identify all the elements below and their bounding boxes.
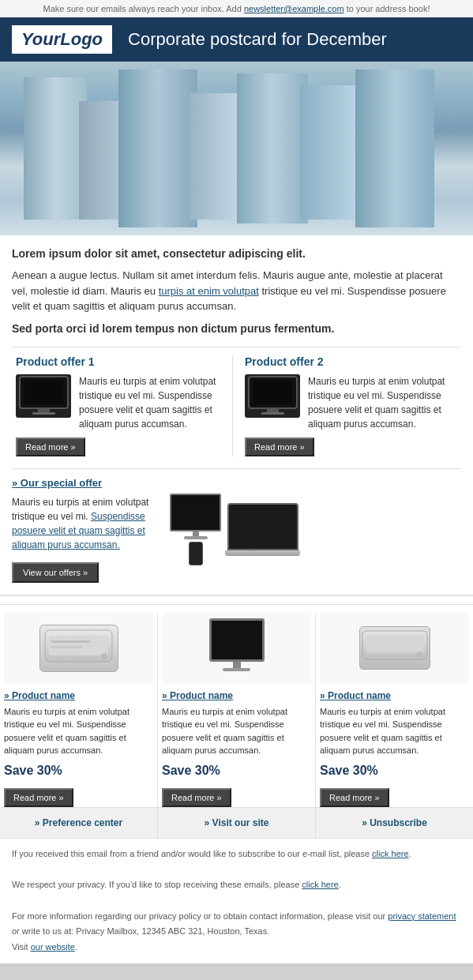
offer-read-more-1[interactable]: Read more »	[16, 437, 85, 456]
preheader-text-after: to your address book!	[344, 4, 430, 13]
svg-point-15	[416, 651, 422, 658]
products-section: » Product name Mauris eu turpis at enim …	[0, 604, 473, 807]
special-right	[170, 477, 461, 583]
product-link-1[interactable]: » Product name	[4, 690, 153, 701]
building-3	[118, 69, 197, 227]
footer-line-3: For more information regarding our priva…	[12, 909, 461, 941]
offer-text-2: Mauris eu turpis at enim volutpat tristi…	[308, 374, 457, 431]
device-group-right	[225, 503, 300, 556]
header-title: Corporate postcard for December	[128, 29, 387, 50]
product-col-2: » Product name Mauris eu turpis at enim …	[158, 613, 316, 807]
mac-mini-image-1	[39, 625, 118, 672]
offer-image-1	[16, 374, 71, 418]
product-col-1: » Product name Mauris eu turpis at enim …	[0, 613, 158, 807]
offer-col-1: Product offer 1 Mauris eu turpis at enim…	[12, 355, 232, 456]
svg-rect-5	[253, 381, 292, 404]
preheader-text: Make sure our emails always reach your i…	[43, 4, 244, 13]
product-text-1: Mauris eu turpis at enim volutpat tristi…	[4, 705, 153, 757]
building-1	[24, 77, 87, 220]
offer-text-1: Mauris eu turpis at enim volutpat tristi…	[79, 374, 228, 431]
logo-box: YourLogo	[12, 25, 112, 54]
svg-rect-2	[38, 408, 50, 412]
intro-text: Aenean a augue lectus. Nullam sit amet i…	[12, 268, 461, 314]
spec-macbook-lid	[227, 503, 298, 550]
preheader: Make sure our emails always reach your i…	[0, 0, 473, 17]
spec-imac-screen	[170, 494, 221, 531]
footer-click-here-2[interactable]: click here	[302, 880, 338, 889]
product-read-more-3[interactable]: Read more »	[320, 788, 389, 807]
footer-nav-unsubscribe[interactable]: » Unsubscribe	[316, 808, 473, 838]
hero-image	[0, 62, 473, 235]
spec-macbook-body	[225, 550, 300, 556]
offer-2-content: Mauris eu turpis at enim volutpat tristi…	[245, 374, 457, 431]
product-save-3: Save 30%	[320, 764, 469, 778]
svg-rect-9	[49, 636, 108, 655]
svg-rect-11	[51, 640, 90, 643]
product-link-3[interactable]: » Product name	[320, 690, 469, 701]
product-link-2[interactable]: » Product name	[162, 690, 311, 701]
special-offer-text: Mauris eu turpis at enim volutpat tristi…	[12, 495, 162, 552]
offers-row: Product offer 1 Mauris eu turpis at enim…	[12, 347, 461, 456]
building-5	[237, 73, 308, 223]
offer-read-more-2[interactable]: Read more »	[245, 437, 314, 456]
footer-line-1: If you received this email from a friend…	[12, 847, 461, 862]
spec-imac-base	[184, 536, 208, 539]
imac-image-2	[209, 618, 265, 678]
footer-line-2: We respect your privacy. If you'd like t…	[12, 877, 461, 893]
offer-image-2	[245, 374, 300, 418]
product-image-3	[320, 613, 469, 684]
mac-mini-image-3	[359, 626, 430, 670]
spec-ipod	[189, 542, 203, 565]
svg-point-10	[101, 653, 107, 659]
product-save-2: Save 30%	[162, 764, 311, 778]
product-image-2	[162, 613, 311, 684]
intro-bold: Lorem ipsum dolor sit amet, consectetur …	[12, 247, 461, 260]
header: YourLogo Corporate postcard for December	[0, 17, 473, 62]
footer-click-here-1[interactable]: click here	[372, 849, 408, 858]
spec-imac	[170, 494, 221, 539]
offer-title-1: Product offer 1	[16, 355, 228, 368]
imac-base-2	[223, 668, 250, 671]
svg-rect-1	[24, 381, 63, 404]
building-6	[300, 85, 363, 220]
product-read-more-2[interactable]: Read more »	[162, 788, 231, 807]
product-read-more-1[interactable]: Read more »	[4, 788, 73, 807]
preheader-email-link[interactable]: newsletter@example.com	[244, 4, 344, 13]
building-7	[355, 69, 434, 227]
svg-rect-3	[32, 412, 55, 415]
imac-neck-2	[233, 662, 241, 668]
special-offer-section: » Our special offer Mauris eu turpis at …	[12, 468, 461, 583]
footer-nav-preference[interactable]: » Preference center	[0, 808, 158, 838]
special-text-link[interactable]: Suspendisse posuere velit et quam sagitt…	[12, 511, 145, 550]
special-left: » Our special offer Mauris eu turpis at …	[12, 477, 170, 583]
main-content: Lorem ipsum dolor sit amet, consectetur …	[0, 235, 473, 595]
footer-privacy-link[interactable]: privacy statement	[388, 911, 456, 921]
offer-col-2: Product offer 2 Mauris eu turpis at enim…	[233, 355, 461, 456]
offer-1-content: Mauris eu turpis at enim volutpat tristi…	[16, 374, 228, 431]
imac-screen-2	[209, 618, 265, 662]
view-offers-button[interactable]: View our offers »	[12, 562, 99, 583]
special-offer-link[interactable]: » Our special offer	[12, 477, 102, 489]
svg-rect-6	[267, 408, 279, 412]
hero-buildings	[0, 62, 473, 235]
product-text-3: Mauris eu turpis at enim volutpat tristi…	[320, 705, 469, 757]
product-image-1	[4, 613, 153, 684]
product-text-2: Mauris eu turpis at enim volutpat tristi…	[162, 705, 311, 757]
logo: YourLogo	[21, 29, 103, 49]
products-divider	[0, 595, 473, 596]
product-save-1: Save 30%	[4, 764, 153, 778]
offer-title-2: Product offer 2	[245, 355, 457, 368]
svg-rect-14	[366, 636, 423, 653]
intro-link[interactable]: turpis at enim volutpat	[159, 285, 259, 297]
product-col-3: » Product name Mauris eu turpis at enim …	[316, 613, 473, 807]
footer-nav-visit[interactable]: » Visit our site	[158, 808, 316, 838]
footer-line-4: Visit our website.	[12, 940, 461, 956]
email-wrapper: Make sure our emails always reach your i…	[0, 0, 473, 963]
svg-rect-7	[261, 412, 284, 415]
footer-nav: » Preference center » Visit our site » U…	[0, 807, 473, 839]
svg-rect-12	[51, 646, 82, 648]
footer-site-link[interactable]: our website	[31, 942, 75, 952]
device-group-left	[170, 494, 221, 565]
footer-text: If you received this email from a friend…	[0, 839, 473, 964]
section-bold: Sed porta orci id lorem tempus non dictu…	[12, 322, 461, 335]
